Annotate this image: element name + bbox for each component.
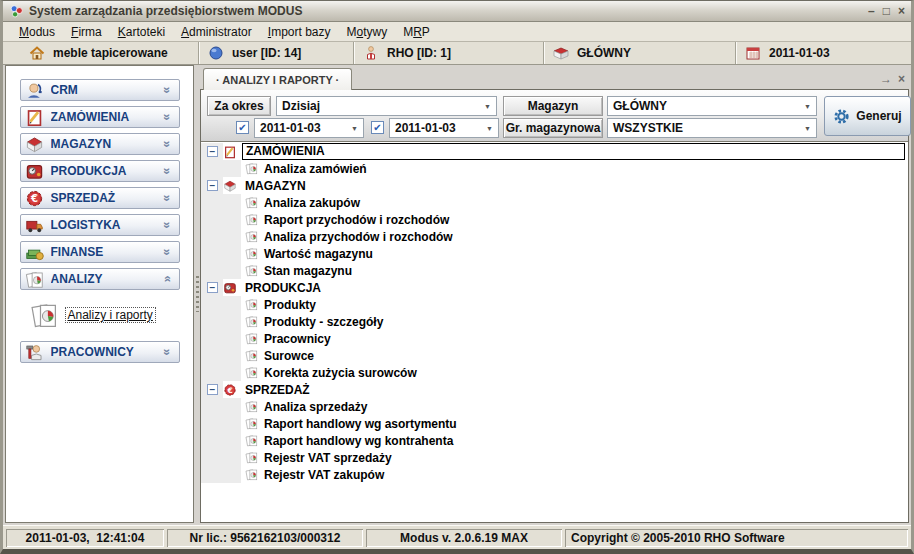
collapse-icon[interactable]: − [207,282,218,293]
tree-item-stan-magazynu[interactable]: Stan magazynu [201,262,908,279]
tree-item-raport-wg-kontrahenta[interactable]: Raport handlowy wg kontrahenta [201,432,908,449]
status-license: Nr lic.: 9562162103/000312 [167,529,363,547]
tree-item-produkty[interactable]: Produkty [201,296,908,313]
home-icon [29,45,45,61]
splitter-grip-icon [196,276,199,312]
analizy-i-raporty-link[interactable]: Analizy i raporty [65,307,156,323]
status-datetime: 2011-01-03, 12:41:04 [6,529,164,547]
magazyn-select[interactable]: GŁÓWNY ▼ [607,96,817,116]
user-icon [208,45,224,61]
report-icon [245,434,258,447]
box-icon [553,45,569,61]
production-icon [25,162,44,181]
menu-item-mrp[interactable]: MRP [395,23,438,41]
collapse-icon[interactable]: − [207,384,218,395]
sidebar-item-crm[interactable]: CRM » [20,79,180,101]
sidebar-item-pracownicy[interactable]: PRACOWNICY » [20,341,180,363]
app-window: System zarządzania przedsiębiorstwem MOD… [0,0,914,554]
sidebar-item-analizy[interactable]: ANALIZY » [20,268,180,290]
menu-item-administrator[interactable]: Administrator [173,23,260,41]
current-date: 2011-01-03 [769,46,830,60]
chevron-down-icon: ▼ [804,103,816,110]
tree-item-analiza-zamowien[interactable]: Analiza zamówień [201,160,908,177]
tree-item-produkty-szczegoly[interactable]: Produkty - szczegóły [201,313,908,330]
chevron-down-icon: » [160,111,174,123]
sidebar-item-logistyka[interactable]: LOGISTYKA » [20,214,180,236]
workers-icon [25,343,44,362]
orders-icon [25,108,44,127]
tree-item-wartosc-magazynu[interactable]: Wartość magazynu [201,245,908,262]
collapse-icon[interactable]: − [207,146,218,157]
tree-item-rejestr-vat-zakupow[interactable]: Rejestr VAT zakupów [201,466,908,483]
chevron-up-icon: » [160,273,174,285]
report-icon [245,315,258,328]
chevron-down-icon: ▼ [804,125,816,132]
sidebar-item-magazyn[interactable]: MAGAZYN » [20,133,180,155]
production-icon [223,281,237,295]
tree-item-surowce[interactable]: Surowce [201,347,908,364]
date-from-select[interactable]: 2011-01-03 ▼ [254,118,364,138]
tab-scroll-arrow-icon[interactable]: → [880,73,892,85]
gr-magazynowa-select[interactable]: WSZYSTKIE ▼ [607,118,817,138]
tree-item-korekta-zuzycia[interactable]: Korekta zużycia surowców [201,364,908,381]
tab-analizy-i-raporty[interactable]: · ANALIZY I RAPORTY · [203,68,352,90]
report-icon [245,451,258,464]
report-icon [245,400,258,413]
menu-item-import-bazy[interactable]: Import bazy [260,23,339,41]
sidebar-item-zamowienia[interactable]: ZAMÓWIENIA » [20,106,180,128]
tree-item-rejestr-vat-sprzedazy[interactable]: Rejestr VAT sprzedaży [201,449,908,466]
report-tree: − ZAMÓWIENIA Analiza zamówień − MAGAZYN [201,142,908,522]
chevron-down-icon: » [160,246,174,258]
finance-icon [25,243,44,262]
menu-item-firma[interactable]: Firma [63,23,110,41]
logistics-icon [25,216,44,235]
tree-category-zamowienia[interactable]: − ZAMÓWIENIA [201,143,908,160]
chevron-down-icon: » [160,192,174,204]
status-copyright: Copyright © 2005-2010 RHO Software [565,529,908,547]
tab-row: · ANALIZY I RAPORTY · → × [200,65,909,89]
report-icon [245,213,258,226]
tree-item-raport-wg-asortymentu[interactable]: Raport handlowy wg asortymentu [201,415,908,432]
chevron-down-icon: ▼ [484,103,496,110]
warehouse-indicator: GŁÓWNY [545,42,735,64]
chevron-down-icon: ▼ [486,125,498,132]
sidebar-item-finanse[interactable]: FINANSE » [20,241,180,263]
app-logo-icon [9,4,24,19]
tree-item-analiza-zakupow[interactable]: Analiza zakupów [201,194,908,211]
sidebar-item-produkcja[interactable]: PRODUKCJA » [20,160,180,182]
collapse-icon[interactable]: − [207,180,218,191]
close-icon[interactable]: × [898,4,905,18]
warehouse-icon [223,179,237,193]
date-to-checkbox[interactable]: ✔ [371,121,384,134]
report-icon [245,264,258,277]
warehouse-icon [25,135,44,154]
analizy-panel: Za okres Dzisiaj ▼ ✔ 2011-01-03 ▼ ✔ [200,89,909,523]
date-from-checkbox[interactable]: ✔ [236,121,249,134]
generuj-button[interactable]: Generuj [824,96,911,136]
tree-item-pracownicy[interactable]: Pracownicy [201,330,908,347]
tree-category-produkcja[interactable]: − PRODUKCJA [201,279,908,296]
tree-category-magazyn[interactable]: − MAGAZYN [201,177,908,194]
menu-item-modus[interactable]: Modus [11,23,63,41]
reports-icon [29,301,59,329]
report-icon [245,349,258,362]
report-icon [245,332,258,345]
check-icon: ✔ [373,123,381,133]
tree-item-analiza-przychodow[interactable]: Analiza przychodów i rozchodów [201,228,908,245]
reports-icon [25,270,44,289]
tree-item-raport-przychodow[interactable]: Raport przychodów i rozchodów [201,211,908,228]
menu-item-motywy[interactable]: Motywy [339,23,396,41]
menu-item-kartoteki[interactable]: Kartoteki [110,23,173,41]
report-icon [245,366,258,379]
tab-close-icon[interactable]: × [898,73,905,85]
sidebar-item-sprzedaz[interactable]: SPRZEDAŻ » [20,187,180,209]
tree-category-sprzedaz[interactable]: − SPRZEDAŻ [201,381,908,398]
minimize-icon[interactable]: – [868,4,875,18]
gr-magazynowa-label: Gr. magazynowa [503,118,603,138]
date-to-select[interactable]: 2011-01-03 ▼ [389,118,499,138]
maximize-icon[interactable]: □ [883,4,890,18]
date-indicator: 2011-01-03 [737,42,911,64]
tree-item-analiza-sprzedazy[interactable]: Analiza sprzedaży [201,398,908,415]
period-select[interactable]: Dzisiaj ▼ [276,96,497,116]
chevron-down-icon: » [160,165,174,177]
